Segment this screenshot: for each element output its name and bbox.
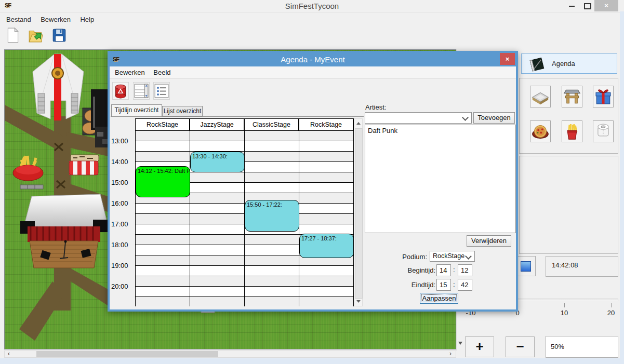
column-header-3: ClassicStage [244, 118, 299, 131]
table-view-icon[interactable] [133, 82, 150, 100]
artist-list[interactable]: Daft Punk [365, 125, 516, 233]
fries-icon[interactable] [562, 120, 582, 142]
window-title: SimFestTycoon [0, 2, 624, 10]
main-menubar: Bestand Bewerken Help [0, 12, 624, 26]
time-colon: : [453, 266, 455, 274]
end-hour-input[interactable]: 15 [436, 279, 451, 291]
agenda-button-label: Agenda [552, 60, 575, 68]
zoom-level-value: 50% [551, 343, 564, 350]
time-label: 19:00 [111, 262, 134, 270]
menu-bestand[interactable]: Bestand [5, 13, 32, 26]
timeline-grid: RockStageJazzyStageClassicStageRockStage… [111, 117, 364, 306]
chevron-down-icon [462, 114, 469, 121]
scroll-left-icon[interactable]: ‹ [5, 350, 12, 358]
podium-combo[interactable]: RockStage [430, 251, 475, 262]
time-label: 15:00 [111, 179, 134, 187]
chevron-down-icon [465, 253, 472, 260]
tab-lijst-overzicht[interactable]: Lijst overzicht [162, 106, 203, 116]
scroll-right-icon[interactable]: › [447, 350, 454, 358]
list-view-icon[interactable] [153, 82, 170, 100]
column-header-2: JazzyStage [190, 118, 244, 131]
dialog-menubar: Bewerken Beeld [110, 66, 516, 79]
begin-time-label: Begintijd: [394, 266, 435, 274]
artist-combo[interactable] [365, 112, 472, 124]
add-artist-button[interactable]: Toevoegen [473, 112, 515, 124]
save-icon[interactable] [51, 27, 67, 44]
remove-button[interactable]: Verwijderen [467, 235, 511, 247]
info-panel [519, 156, 618, 254]
play-button[interactable] [516, 256, 536, 276]
minimize-button[interactable] [569, 6, 575, 7]
podium-label: Podium: [386, 253, 427, 261]
dialog-menu-beeld[interactable]: Beeld [152, 66, 171, 78]
clock-display: 14:42:08 [546, 256, 618, 277]
schedule-event[interactable]: 13:30 - 14:30: [190, 152, 245, 172]
maximize-button[interactable] [584, 3, 591, 9]
window-edge [620, 11, 624, 364]
window-edge [0, 358, 624, 364]
gift-icon[interactable] [593, 86, 614, 107]
scroll-down-icon[interactable] [458, 342, 462, 345]
menu-help[interactable]: Help [79, 13, 95, 26]
trash-icon[interactable] [112, 82, 129, 100]
zoom-level-display: 50% [546, 336, 618, 358]
slider-tick-label: 20 [601, 309, 621, 317]
end-time-label: Eindtijd: [394, 281, 435, 289]
red-carpet [54, 54, 61, 120]
schedule-event[interactable]: 14:12 - 15:42: Daft Punk [136, 166, 190, 197]
artist-label: Artiest: [365, 103, 386, 111]
striped-stand[interactable] [69, 155, 99, 175]
slider-tick-label: 10 [554, 309, 575, 317]
slider-tick [564, 303, 565, 307]
tab-strip: Tijdlijn overzicht Lijst overzicht [111, 105, 364, 117]
time-label: 13:00 [111, 137, 134, 145]
time-label: 17:00 [111, 220, 134, 228]
column-header-4: RockStage [299, 118, 353, 131]
stage[interactable] [20, 194, 108, 268]
end-minute-input[interactable]: 42 [458, 279, 472, 291]
gate-icon[interactable] [562, 86, 582, 107]
new-file-icon[interactable] [5, 27, 21, 44]
map-hscroll-thumb[interactable] [36, 351, 218, 357]
apply-button[interactable]: Aanpassen [420, 293, 458, 304]
grid-scrollbar[interactable] [354, 118, 363, 306]
begin-minute-input[interactable]: 12 [458, 264, 472, 276]
schedule-event[interactable]: 15:50 - 17:22: [245, 200, 299, 232]
open-file-icon[interactable] [28, 27, 44, 44]
grid-scroll-thumb[interactable] [355, 128, 363, 299]
scroll-down-icon[interactable] [356, 300, 361, 303]
begin-hour-input[interactable]: 14 [436, 264, 451, 276]
time-label: 14:00 [111, 158, 134, 166]
grid-line [135, 118, 136, 306]
zoom-in-button[interactable]: + [465, 336, 494, 357]
notebook-icon [528, 57, 547, 72]
platform-icon[interactable] [530, 86, 551, 107]
column-header-1: RockStage [135, 118, 190, 131]
zoom-out-button[interactable]: − [506, 336, 535, 357]
scroll-up-icon[interactable] [356, 122, 361, 125]
slider-tick [611, 303, 612, 307]
dialog-toolbar [110, 79, 516, 104]
main-titlebar: SF SimFestTycoon × [0, 0, 624, 11]
clock-value: 14:42:08 [552, 261, 578, 269]
menu-bewerken[interactable]: Bewerken [39, 13, 72, 26]
dialog-title: Agenda - MyEvent [110, 55, 516, 64]
dialog-menu-bewerken[interactable]: Bewerken [114, 66, 146, 78]
artist-list-item[interactable]: Daft Punk [365, 125, 515, 136]
tent-logo-inner [55, 71, 60, 76]
close-button[interactable]: × [594, 0, 618, 11]
grid-line [190, 118, 190, 306]
time-label: 18:00 [111, 241, 134, 249]
main-toolbar [0, 27, 624, 49]
schedule-event[interactable]: 17:27 - 18:37: [299, 234, 354, 258]
tab-tijdlijn-overzicht[interactable]: Tijdlijn overzicht [111, 104, 162, 116]
time-label: 16:00 [111, 199, 134, 208]
dialog-titlebar[interactable]: SF Agenda - MyEvent × [110, 53, 516, 66]
agenda-dialog: SF Agenda - MyEvent × Bewerken Beeld Tij… [108, 51, 518, 312]
time-label: 20:00 [111, 282, 134, 291]
agenda-button[interactable]: Agenda [521, 53, 617, 74]
pizza-icon[interactable] [530, 120, 551, 142]
dialog-close-button[interactable]: × [500, 53, 515, 65]
toilet-paper-icon[interactable] [593, 120, 614, 142]
fries-stand[interactable] [13, 156, 43, 189]
